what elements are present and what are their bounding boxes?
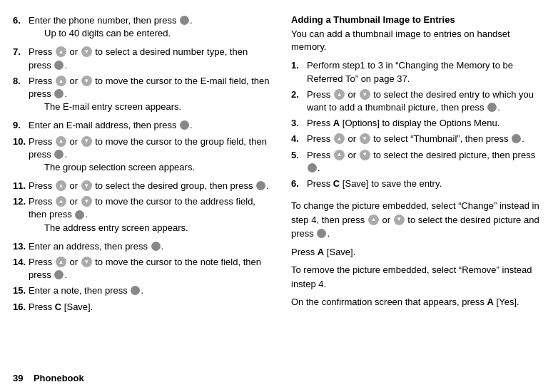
circle-button-icon: [317, 229, 326, 238]
right-step-5: 5. Press ▲ or ▼ to select the desired pi…: [291, 149, 545, 175]
nav-down-icon: ▼: [360, 150, 370, 160]
circle-button-icon: [308, 163, 317, 172]
right-column: Adding a Thumbnail Image to Entries You …: [291, 14, 545, 378]
nav-down-icon: ▼: [81, 46, 92, 57]
circle-button-icon: [180, 16, 189, 25]
step-6: 6. Enter the phone number, then press . …: [13, 14, 270, 43]
circle-button-icon: [54, 89, 64, 98]
right-step-3: 3. Press A [Options] to display the Opti…: [291, 117, 545, 130]
right-step-4-content: Press ▲ or ▼ to select “Thumbnail”, then…: [307, 133, 545, 145]
remove-para: To remove the picture embedded, select “…: [291, 263, 545, 291]
circle-button-icon: [180, 120, 189, 130]
nav-down-icon: ▼: [81, 257, 92, 267]
nav-up-icon: ▲: [56, 257, 66, 267]
nav-up-icon: ▲: [56, 196, 66, 207]
circle-button-icon: [151, 242, 161, 251]
right-step-5-number: 5.: [291, 149, 307, 175]
step-11-number: 11.: [13, 180, 29, 192]
step-8-number: 8.: [13, 75, 29, 117]
step-15-content: Enter a note, then press .: [29, 284, 270, 297]
section-title: Adding a Thumbnail Image to Entries: [291, 14, 545, 25]
step-13-number: 13.: [13, 240, 29, 253]
right-step-6-number: 6.: [291, 177, 307, 190]
step-7: 7. Press ▲ or ▼ to select a desired numb…: [13, 46, 270, 71]
nav-down-icon: ▼: [81, 196, 92, 207]
step-8-content: Press ▲ or ▼ to move the cursor to the E…: [29, 75, 270, 117]
nav-up-icon: ▲: [334, 133, 345, 144]
circle-button-icon: [256, 181, 265, 190]
circle-button-icon: [512, 134, 521, 143]
step-10: 10. Press ▲ or ▼ to move the cursor to t…: [13, 135, 270, 177]
step-14-content: Press ▲ or ▼ to move the cursor to the n…: [29, 256, 270, 282]
right-step-1-content: Perform step1 to 3 in “Changing the Memo…: [307, 59, 545, 85]
right-step-3-number: 3.: [291, 117, 307, 130]
step-15-number: 15.: [13, 284, 29, 297]
nav-up-icon: ▲: [368, 215, 379, 225]
right-step-6: 6. Press C [Save] to save the entry.: [291, 177, 545, 190]
right-step-2: 2. Press ▲ or ▼ to select the desired en…: [291, 88, 545, 114]
letter-c-button: C: [333, 178, 340, 189]
step-12-content: Press ▲ or ▼ to move the cursor to the a…: [29, 195, 270, 237]
letter-a-button: A: [487, 296, 494, 307]
right-step-list: 1. Perform step1 to 3 in “Changing the M…: [291, 59, 545, 193]
circle-button-icon: [487, 103, 497, 112]
page-footer: 39 Phonebook: [13, 373, 84, 383]
step-7-content: Press ▲ or ▼ to select a desired number …: [29, 46, 270, 71]
step-7-number: 7.: [13, 46, 29, 71]
nav-down-icon: ▼: [360, 89, 370, 100]
step-9-number: 9.: [13, 119, 29, 132]
page-number: 39: [13, 373, 23, 383]
step-6-sub: Up to 40 digits can be entered.: [44, 27, 270, 40]
letter-a-button: A: [318, 247, 324, 257]
change-para: To change the picture embedded, select “…: [291, 199, 545, 241]
nav-up-icon: ▲: [56, 76, 66, 86]
step-10-content: Press ▲ or ▼ to move the cursor to the g…: [29, 135, 270, 177]
step-13-content: Enter an address, then press .: [29, 240, 270, 253]
right-step-1-number: 1.: [291, 59, 307, 85]
nav-down-icon: ▼: [81, 180, 92, 191]
step-10-sub: The group selection screen appears.: [44, 161, 270, 174]
nav-up-icon: ▲: [56, 180, 66, 191]
circle-button-icon: [131, 286, 140, 295]
section-label: Phonebook: [34, 373, 84, 383]
step-14: 14. Press ▲ or ▼ to move the cursor to t…: [13, 256, 270, 282]
circle-button-icon: [75, 210, 84, 220]
circle-button-icon: [54, 270, 64, 279]
section-intro: You can add a thumbnail image to entries…: [291, 28, 545, 53]
page-container: 6. Enter the phone number, then press . …: [0, 0, 558, 392]
step-10-number: 10.: [13, 135, 29, 177]
step-15: 15. Enter a note, then press .: [13, 284, 270, 297]
step-11: 11. Press ▲ or ▼ to select the desired g…: [13, 180, 270, 192]
nav-down-icon: ▼: [81, 136, 92, 147]
right-step-1: 1. Perform step1 to 3 in “Changing the M…: [291, 59, 545, 85]
nav-down-icon: ▼: [360, 133, 370, 144]
step-14-number: 14.: [13, 256, 29, 282]
right-step-2-content: Press ▲ or ▼ to select the desired entry…: [307, 88, 545, 114]
nav-up-icon: ▲: [56, 46, 66, 57]
letter-a-button: A: [333, 118, 340, 128]
step-16-number: 16.: [13, 301, 29, 314]
letter-c-button: C: [55, 301, 61, 312]
step-6-number: 6.: [13, 14, 29, 43]
press-a-save-para: Press A [Save].: [291, 245, 545, 259]
step-6-content: Enter the phone number, then press . Up …: [29, 14, 270, 43]
right-step-6-content: Press C [Save] to save the entry.: [307, 177, 545, 190]
left-column: 6. Enter the phone number, then press . …: [13, 14, 270, 378]
step-12-number: 12.: [13, 195, 29, 237]
left-step-list: 6. Enter the phone number, then press . …: [13, 14, 270, 316]
step-9-content: Enter an E-mail address, then press .: [29, 119, 270, 132]
right-step-3-content: Press A [Options] to display the Options…: [307, 117, 545, 130]
step-8: 8. Press ▲ or ▼ to move the cursor to th…: [13, 75, 270, 117]
step-11-content: Press ▲ or ▼ to select the desired group…: [29, 180, 270, 192]
step-12: 12. Press ▲ or ▼ to move the cursor to t…: [13, 195, 270, 237]
step-16-content: Press C [Save].: [29, 301, 270, 314]
step-12-sub: The address entry screen appears.: [44, 222, 270, 234]
step-9: 9. Enter an E-mail address, then press .: [13, 119, 270, 132]
step-13: 13. Enter an address, then press .: [13, 240, 270, 253]
circle-button-icon: [54, 150, 64, 159]
right-step-4-number: 4.: [291, 133, 307, 145]
right-step-4: 4. Press ▲ or ▼ to select “Thumbnail”, t…: [291, 133, 545, 145]
right-step-5-content: Press ▲ or ▼ to select the desired pictu…: [307, 149, 545, 175]
confirm-para: On the confirmation screen that appears,…: [291, 295, 545, 309]
right-step-2-number: 2.: [291, 88, 307, 114]
